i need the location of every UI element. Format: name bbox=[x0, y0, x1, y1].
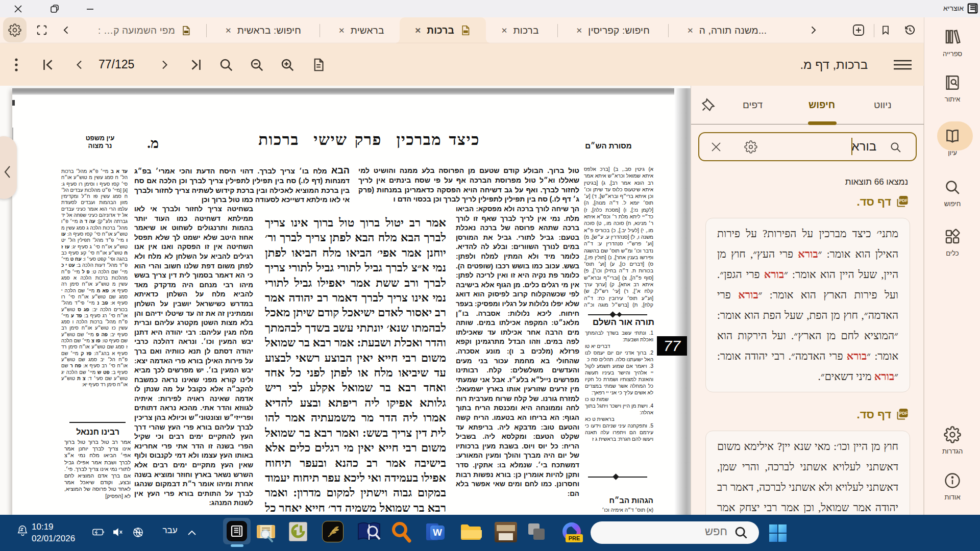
svg-text:PDF: PDF bbox=[899, 411, 908, 416]
svg-text:PDF: PDF bbox=[899, 198, 908, 203]
